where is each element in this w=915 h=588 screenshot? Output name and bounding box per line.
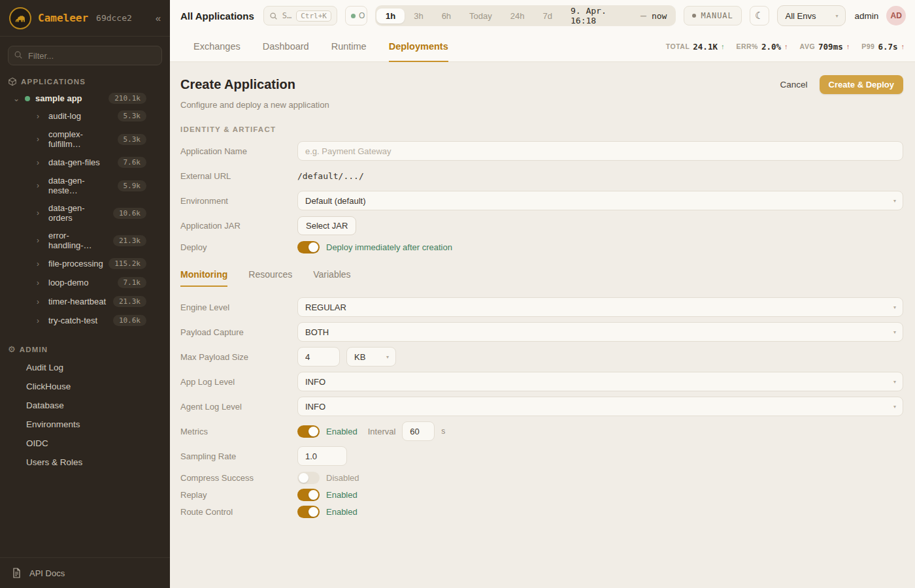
chevron-right-icon[interactable]: ›	[37, 135, 43, 144]
deploy-toggle[interactable]	[297, 241, 320, 253]
chevron-right-icon[interactable]: ›	[37, 158, 43, 167]
api-docs-link[interactable]: API Docs	[0, 557, 170, 588]
field-label: Max Payload Size	[180, 352, 297, 362]
document-icon	[12, 568, 22, 578]
chevron-right-icon[interactable]: ›	[37, 297, 43, 306]
sidebar-item-audit-log-admin[interactable]: Audit Log	[0, 358, 170, 377]
status-text: O	[359, 11, 365, 20]
create-deploy-button[interactable]: Create & Deploy	[820, 75, 903, 94]
replay-toggle[interactable]	[297, 489, 320, 501]
field-label: Deploy	[180, 242, 297, 252]
page-title: Create Application	[180, 77, 295, 92]
sidebar-item-database[interactable]: Database	[0, 396, 170, 415]
application-name-input[interactable]	[297, 141, 903, 161]
filter-input[interactable]	[8, 46, 162, 65]
chevron-right-icon[interactable]: ›	[37, 112, 43, 121]
field-deploy: Deploy Deploy immediately after creation	[180, 240, 903, 253]
environment-filter-select[interactable]: All Envs ▾	[777, 5, 846, 26]
chevron-right-icon[interactable]: ›	[37, 259, 43, 269]
sidebar-item-file-processing[interactable]: › file-processing 115.2k	[0, 254, 170, 273]
app-name: file-processing	[48, 259, 103, 269]
tab-exchanges[interactable]: Exchanges	[193, 32, 241, 62]
sidebar-item-error-handling[interactable]: › error-handling-… 21.3k	[0, 227, 170, 254]
date-range-to[interactable]: now	[648, 11, 674, 21]
chevron-right-icon[interactable]: ›	[37, 316, 43, 325]
sidebar-item-environments[interactable]: Environments	[0, 415, 170, 434]
global-search[interactable]: S… Ctrl+K	[263, 6, 337, 25]
chevron-right-icon[interactable]: ›	[37, 208, 43, 218]
sidebar-item-data-gen-files[interactable]: › data-gen-files 7.6k	[0, 153, 170, 172]
tab-dashboard[interactable]: Dashboard	[263, 32, 309, 62]
field-external-url: External URL /default/.../	[180, 166, 903, 186]
tab-deployments[interactable]: Deployments	[389, 32, 448, 62]
engine-level-select[interactable]: REGULAR ▾	[297, 297, 903, 317]
sampling-rate-input[interactable]	[297, 446, 347, 466]
package-icon	[8, 77, 17, 86]
collapse-sidebar-icon[interactable]: «	[156, 12, 161, 24]
metrics-toggle[interactable]	[297, 425, 320, 438]
chevron-right-icon[interactable]: ›	[37, 278, 43, 287]
chevron-down-icon[interactable]: ⌄	[13, 94, 20, 103]
avatar[interactable]: AD	[886, 6, 906, 25]
refresh-mode-button[interactable]: MANUAL	[684, 6, 741, 25]
range-6h[interactable]: 6h	[433, 8, 460, 24]
cancel-button[interactable]: Cancel	[780, 80, 808, 90]
chevron-right-icon[interactable]: ›	[37, 181, 43, 190]
environment-select[interactable]: Default (default) ▾	[297, 191, 903, 210]
app-name: data-gen-orders	[48, 203, 108, 223]
sidebar-item-timer-heartbeat[interactable]: › timer-heartbeat 21.3k	[0, 292, 170, 311]
field-label: Environment	[180, 196, 297, 206]
brand-name: Cameleer	[38, 12, 88, 24]
sidebar-item-users-roles[interactable]: Users & Roles	[0, 453, 170, 472]
field-engine-level: Engine Level REGULAR ▾	[180, 297, 903, 317]
topbar: All Applications S… Ctrl+K O 1h 3h 6h To…	[170, 0, 915, 31]
chevron-right-icon[interactable]: ›	[37, 236, 43, 245]
admin-section-label: ADMIN	[20, 346, 48, 353]
sidebar-item-sample-app[interactable]: ⌄ sample app 210.1k	[0, 90, 170, 106]
route-control-toggle[interactable]	[297, 506, 320, 518]
range-3h[interactable]: 3h	[405, 8, 432, 24]
interval-unit: s	[441, 427, 445, 436]
tab-monitoring[interactable]: Monitoring	[180, 269, 227, 287]
range-7d[interactable]: 7d	[534, 8, 561, 24]
sidebar-item-data-gen-nested[interactable]: › data-gen-neste… 5.9k	[0, 172, 170, 199]
payload-unit-select[interactable]: KB ▾	[346, 347, 396, 367]
sidebar-item-complex-fulfillment[interactable]: › complex-fulfillm… 5.3k	[0, 125, 170, 153]
field-label: External URL	[180, 171, 297, 181]
range-1h[interactable]: 1h	[376, 8, 405, 24]
date-range-from[interactable]: 9. Apr. 16:18	[561, 6, 639, 25]
online-dot	[351, 14, 356, 18]
api-docs-label: API Docs	[29, 568, 65, 578]
payload-capture-select[interactable]: BOTH ▾	[297, 322, 903, 342]
environment-selected-value: Default (default)	[305, 196, 366, 206]
metrics-interval-input[interactable]	[402, 421, 435, 441]
manual-label: MANUAL	[701, 11, 733, 20]
sidebar-item-oidc[interactable]: OIDC	[0, 434, 170, 453]
compress-success-toggle[interactable]	[297, 472, 320, 484]
status-pill[interactable]: O	[345, 6, 367, 25]
sidebar-item-clickhouse[interactable]: ClickHouse	[0, 377, 170, 396]
sidebar-item-data-gen-orders[interactable]: › data-gen-orders 10.6k	[0, 199, 170, 227]
select-jar-button[interactable]: Select JAR	[297, 216, 356, 235]
count-badge: 5.3k	[118, 110, 147, 122]
range-today[interactable]: Today	[460, 8, 501, 24]
tab-runtime[interactable]: Runtime	[331, 32, 367, 62]
sidebar-item-loop-demo[interactable]: › loop-demo 7.1k	[0, 273, 170, 292]
app-name: sample app	[35, 93, 82, 103]
sidebar-item-audit-log[interactable]: › audit-log 5.3k	[0, 106, 170, 125]
page-header: Create Application Cancel Create & Deplo…	[180, 75, 903, 94]
range-24h[interactable]: 24h	[501, 8, 534, 24]
agent-log-level-select[interactable]: INFO ▾	[297, 397, 903, 416]
sidebar-item-try-catch-test[interactable]: › try-catch-test 10.6k	[0, 311, 170, 330]
tab-variables[interactable]: Variables	[313, 269, 350, 287]
env-selected-value: All Envs	[786, 11, 816, 21]
main-tabbar: Exchanges Dashboard Runtime Deployments …	[170, 31, 915, 62]
max-payload-size-input[interactable]	[297, 347, 340, 367]
app-log-level-select[interactable]: INFO ▾	[297, 372, 903, 391]
stat-avg: AVG 709ms ↑	[800, 42, 850, 52]
route-control-state-text: Enabled	[326, 507, 358, 517]
tab-resources[interactable]: Resources	[248, 269, 292, 287]
dark-mode-toggle[interactable]: ☾	[750, 6, 769, 25]
gear-icon: ⚙	[8, 344, 16, 354]
page-subtitle: Configure and deploy a new application	[180, 100, 903, 110]
